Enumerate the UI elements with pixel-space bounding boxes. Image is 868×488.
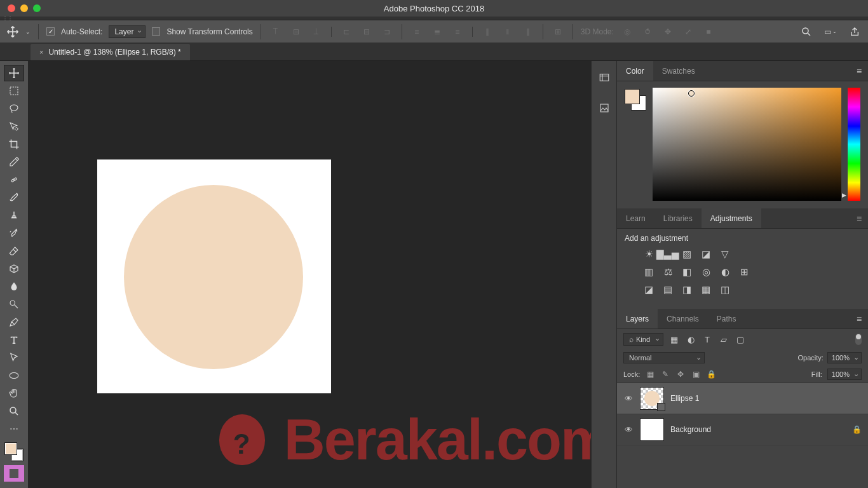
curves-icon[interactable]: ▨ <box>681 248 693 261</box>
layer-thumbnail[interactable] <box>640 418 664 441</box>
layer-filter-toggle[interactable] <box>855 334 862 345</box>
filter-smart-icon[interactable]: ▢ <box>735 334 746 345</box>
ellipse-shape-tool[interactable] <box>4 367 24 384</box>
align-top-button[interactable]: ⟙ <box>269 25 283 39</box>
distribute-vcenter-button[interactable]: ≣ <box>430 25 444 39</box>
quick-selection-tool[interactable] <box>4 118 24 135</box>
filter-type-icon[interactable]: T <box>702 334 713 345</box>
auto-select-checkbox[interactable] <box>46 27 55 36</box>
layer-filter-kind-dropdown[interactable]: Kind <box>623 333 663 346</box>
align-vcenter-button[interactable]: ⊟ <box>289 25 303 39</box>
canvas-area[interactable]: ? Berakal.com <box>28 61 591 488</box>
layer-row[interactable]: 👁 Background 🔒 <box>617 414 868 445</box>
minimize-window-button[interactable] <box>20 4 28 12</box>
gradient-tool[interactable] <box>4 261 24 277</box>
adjustments-panel-menu[interactable]: ≡ <box>850 208 868 228</box>
color-swatches[interactable] <box>4 442 24 461</box>
close-window-button[interactable] <box>8 4 15 12</box>
pen-tool[interactable] <box>4 314 24 330</box>
marquee-tool[interactable] <box>4 83 24 99</box>
color-balance-icon[interactable]: ⚖ <box>661 266 674 278</box>
lock-position-icon[interactable]: ✥ <box>675 369 686 379</box>
panel-color-swatches[interactable] <box>625 89 646 111</box>
document-canvas[interactable] <box>97 159 331 393</box>
opacity-value-dropdown[interactable]: 100% <box>827 352 862 363</box>
tab-channels[interactable]: Channels <box>658 309 708 329</box>
filter-pixel-icon[interactable]: ▦ <box>668 334 680 345</box>
vibrance-icon[interactable]: ▽ <box>719 248 731 261</box>
align-right-button[interactable]: ⊐ <box>380 25 394 39</box>
fill-value-dropdown[interactable]: 100% <box>827 369 862 380</box>
brightness-contrast-icon[interactable]: ☀ <box>642 248 655 261</box>
auto-select-dropdown[interactable]: Layer <box>109 25 146 38</box>
clone-stamp-tool[interactable] <box>4 207 24 224</box>
tab-swatches[interactable]: Swatches <box>653 61 704 81</box>
blur-tool[interactable] <box>4 278 24 295</box>
lock-artboard-icon[interactable]: ▣ <box>691 369 701 379</box>
arrange-documents-dropdown[interactable]: ▭⌄ <box>824 25 837 39</box>
lock-all-icon[interactable]: 🔒 <box>706 369 716 379</box>
panel-fg-swatch[interactable] <box>625 89 640 104</box>
history-brush-tool[interactable] <box>4 225 24 241</box>
tab-paths[interactable]: Paths <box>708 309 745 329</box>
hand-tool[interactable] <box>4 385 24 402</box>
dodge-tool[interactable] <box>4 296 24 313</box>
distribute-hcenter-button[interactable]: ⫴ <box>501 25 515 39</box>
quick-mask-button[interactable] <box>4 465 24 482</box>
invert-icon[interactable]: ◪ <box>642 283 655 296</box>
lock-pixels-icon[interactable]: ✎ <box>660 369 670 379</box>
layers-panel-menu[interactable]: ≡ <box>850 309 868 329</box>
layer-thumbnail[interactable] <box>640 387 664 410</box>
zoom-tool[interactable] <box>4 403 24 419</box>
auto-align-button[interactable]: ⊞ <box>551 25 565 39</box>
close-tab-icon[interactable]: × <box>39 48 43 56</box>
levels-icon[interactable]: ▇▃▅ <box>661 248 674 261</box>
share-icon[interactable] <box>848 25 862 39</box>
history-panel-icon[interactable] <box>598 71 611 84</box>
align-bottom-button[interactable]: ⟘ <box>309 25 323 39</box>
threshold-icon[interactable]: ◨ <box>681 283 693 296</box>
eyedropper-tool[interactable] <box>4 154 24 170</box>
brush-tool[interactable] <box>4 189 24 206</box>
path-selection-tool[interactable] <box>4 349 24 366</box>
posterize-icon[interactable]: ▤ <box>661 283 674 296</box>
lasso-tool[interactable] <box>4 100 24 117</box>
blend-mode-dropdown[interactable]: Normal <box>623 352 705 363</box>
show-transform-checkbox[interactable] <box>152 27 160 36</box>
layer-name[interactable]: Background <box>670 425 711 434</box>
layer-name[interactable]: Ellipse 1 <box>670 394 699 403</box>
hue-strip[interactable] <box>848 88 860 201</box>
foreground-color-swatch[interactable] <box>4 442 17 455</box>
tab-learn[interactable]: Learn <box>617 208 654 228</box>
edit-toolbar-button[interactable]: ⋯ <box>4 421 24 437</box>
distribute-right-button[interactable]: ∥ <box>521 25 535 39</box>
exposure-icon[interactable]: ◪ <box>700 248 712 261</box>
distribute-top-button[interactable]: ≡ <box>410 25 424 39</box>
tab-adjustments[interactable]: Adjustments <box>702 208 761 228</box>
selective-color-icon[interactable]: ◫ <box>719 283 731 296</box>
align-hcenter-button[interactable]: ⊟ <box>360 25 374 39</box>
crop-tool[interactable] <box>4 136 24 152</box>
color-lookup-icon[interactable]: ⊞ <box>738 266 750 278</box>
document-tab[interactable]: × Untitled-1 @ 138% (Ellipse 1, RGB/8) * <box>31 44 190 60</box>
saturation-value-field[interactable] <box>653 88 841 201</box>
bw-icon[interactable]: ◧ <box>681 266 693 278</box>
eraser-tool[interactable] <box>4 243 24 259</box>
filter-adjustment-icon[interactable]: ◐ <box>685 334 696 345</box>
channel-mixer-icon[interactable]: ◐ <box>719 266 731 278</box>
visibility-toggle[interactable]: 👁 <box>623 425 634 435</box>
type-tool[interactable] <box>4 332 24 348</box>
photo-filter-icon[interactable]: ◎ <box>700 266 712 278</box>
distribute-left-button[interactable]: ∥ <box>480 25 494 39</box>
color-panel-menu[interactable]: ≡ <box>850 61 868 81</box>
align-left-button[interactable]: ⊏ <box>339 25 353 39</box>
search-icon[interactable] <box>799 25 813 39</box>
distribute-bottom-button[interactable]: ≡ <box>451 25 465 39</box>
filter-shape-icon[interactable]: ▱ <box>718 334 729 345</box>
tab-color[interactable]: Color <box>617 61 653 81</box>
ellipse-shape[interactable] <box>124 185 303 369</box>
healing-brush-tool[interactable] <box>4 172 24 188</box>
visibility-toggle[interactable]: 👁 <box>623 394 634 403</box>
hue-sat-icon[interactable]: ▥ <box>642 266 655 278</box>
lock-transparency-icon[interactable]: ▦ <box>645 369 655 379</box>
